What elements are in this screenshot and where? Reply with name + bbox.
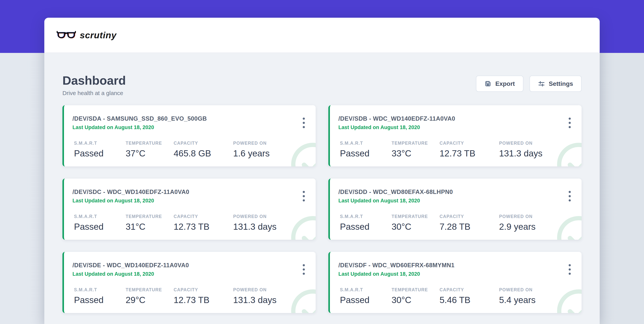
stat-capacity: CAPACITY 7.28 TB bbox=[440, 214, 499, 232]
toolbar: Export Settings bbox=[476, 76, 582, 92]
stat-powered-on: POWERED ON 131.3 days bbox=[233, 214, 316, 232]
main-panel: scrutiny Dashboard Drive health at a gla… bbox=[44, 18, 600, 324]
drive-last-updated: Last Updated on August 18, 2020 bbox=[330, 269, 582, 277]
drive-last-updated: Last Updated on August 18, 2020 bbox=[330, 195, 582, 204]
drive-last-updated: Last Updated on August 18, 2020 bbox=[330, 122, 582, 131]
brand-logo: scrutiny bbox=[57, 30, 116, 40]
glasses-icon bbox=[57, 30, 76, 40]
stat-powered-on: POWERED ON 1.6 years bbox=[233, 141, 316, 159]
drive-title: /DEV/SDB - WDC_WD140EDFZ-11A0VA0 bbox=[330, 105, 582, 122]
stat-temperature: TEMPERATURE 33°C bbox=[392, 141, 440, 159]
drive-title: /DEV/SDE - WDC_WD140EDFZ-11A0VA0 bbox=[64, 252, 316, 269]
stat-smart: S.M.A.R.T Passed bbox=[340, 141, 392, 159]
brand-name: scrutiny bbox=[80, 30, 116, 40]
stat-powered-on: POWERED ON 131.3 days bbox=[233, 287, 316, 305]
sliders-icon bbox=[538, 80, 545, 87]
stat-capacity: CAPACITY 12.73 TB bbox=[174, 287, 233, 305]
page-title: Dashboard bbox=[62, 74, 126, 87]
stat-smart: S.M.A.R.T Passed bbox=[340, 214, 392, 232]
drive-stats: S.M.A.R.T Passed TEMPERATURE 37°C CAPACI… bbox=[74, 141, 316, 159]
page-head: Dashboard Drive health at a glance Expor… bbox=[62, 53, 582, 96]
page-head-text: Dashboard Drive health at a glance bbox=[62, 74, 126, 96]
settings-button[interactable]: Settings bbox=[530, 76, 582, 92]
stat-temperature: TEMPERATURE 30°C bbox=[392, 287, 440, 305]
dashboard-content: Dashboard Drive health at a glance Expor… bbox=[44, 53, 600, 313]
export-button[interactable]: Export bbox=[476, 76, 523, 92]
drive-title: /DEV/SDC - WDC_WD140EDFZ-11A0VA0 bbox=[64, 178, 316, 195]
drive-card-sdd[interactable]: /DEV/SDD - WDC_WD80EFAX-68LHPN0 Last Upd… bbox=[328, 178, 582, 240]
drive-card-sdb[interactable]: /DEV/SDB - WDC_WD140EDFZ-11A0VA0 Last Up… bbox=[328, 105, 582, 166]
export-label: Export bbox=[495, 80, 515, 87]
stat-temperature: TEMPERATURE 31°C bbox=[126, 214, 174, 232]
stat-temperature: TEMPERATURE 37°C bbox=[126, 141, 174, 159]
stat-capacity: CAPACITY 5.46 TB bbox=[440, 287, 499, 305]
drive-title: /DEV/SDA - SAMSUNG_SSD_860_EVO_500GB bbox=[64, 105, 316, 122]
drive-stats: S.M.A.R.T Passed TEMPERATURE 30°C CAPACI… bbox=[340, 214, 582, 232]
stat-smart: S.M.A.R.T Passed bbox=[74, 141, 126, 159]
drive-card-sdc[interactable]: /DEV/SDC - WDC_WD140EDFZ-11A0VA0 Last Up… bbox=[62, 178, 316, 240]
drive-stats: S.M.A.R.T Passed TEMPERATURE 29°C CAPACI… bbox=[74, 287, 316, 305]
card-menu-button[interactable] bbox=[568, 116, 572, 129]
drive-last-updated: Last Updated on August 18, 2020 bbox=[64, 122, 316, 131]
settings-label: Settings bbox=[549, 80, 573, 87]
stat-smart: S.M.A.R.T Passed bbox=[74, 214, 126, 232]
stat-powered-on: POWERED ON 5.4 years bbox=[499, 287, 582, 305]
drive-card-sdf[interactable]: /DEV/SDF - WDC_WD60EFRX-68MYMN1 Last Upd… bbox=[328, 252, 582, 313]
drive-stats: S.M.A.R.T Passed TEMPERATURE 33°C CAPACI… bbox=[340, 141, 582, 159]
stat-smart: S.M.A.R.T Passed bbox=[74, 287, 126, 305]
drive-title: /DEV/SDF - WDC_WD60EFRX-68MYMN1 bbox=[330, 252, 582, 269]
drive-card-sde[interactable]: /DEV/SDE - WDC_WD140EDFZ-11A0VA0 Last Up… bbox=[62, 252, 316, 313]
stat-capacity: CAPACITY 465.8 GB bbox=[174, 141, 233, 159]
card-menu-button[interactable] bbox=[302, 116, 306, 129]
app-header: scrutiny bbox=[44, 18, 600, 53]
drive-last-updated: Last Updated on August 18, 2020 bbox=[64, 195, 316, 204]
stat-temperature: TEMPERATURE 30°C bbox=[392, 214, 440, 232]
card-menu-button[interactable] bbox=[302, 190, 306, 203]
stat-capacity: CAPACITY 12.73 TB bbox=[174, 214, 233, 232]
stat-capacity: CAPACITY 12.73 TB bbox=[440, 141, 499, 159]
stat-smart: S.M.A.R.T Passed bbox=[340, 287, 392, 305]
card-menu-button[interactable] bbox=[302, 263, 306, 276]
stat-powered-on: POWERED ON 2.9 years bbox=[499, 214, 582, 232]
drive-title: /DEV/SDD - WDC_WD80EFAX-68LHPN0 bbox=[330, 178, 582, 195]
drive-stats: S.M.A.R.T Passed TEMPERATURE 31°C CAPACI… bbox=[74, 214, 316, 232]
save-icon bbox=[484, 80, 492, 87]
drive-card-grid: /DEV/SDA - SAMSUNG_SSD_860_EVO_500GB Las… bbox=[62, 105, 582, 313]
drive-stats: S.M.A.R.T Passed TEMPERATURE 30°C CAPACI… bbox=[340, 287, 582, 305]
card-menu-button[interactable] bbox=[568, 190, 572, 203]
page-subtitle: Drive health at a glance bbox=[62, 90, 126, 96]
stat-powered-on: POWERED ON 131.3 days bbox=[499, 141, 582, 159]
scrutiny-app: scrutiny Dashboard Drive health at a gla… bbox=[0, 0, 644, 324]
card-menu-button[interactable] bbox=[568, 263, 572, 276]
drive-card-sda[interactable]: /DEV/SDA - SAMSUNG_SSD_860_EVO_500GB Las… bbox=[62, 105, 316, 166]
stat-temperature: TEMPERATURE 29°C bbox=[126, 287, 174, 305]
drive-last-updated: Last Updated on August 18, 2020 bbox=[64, 269, 316, 277]
